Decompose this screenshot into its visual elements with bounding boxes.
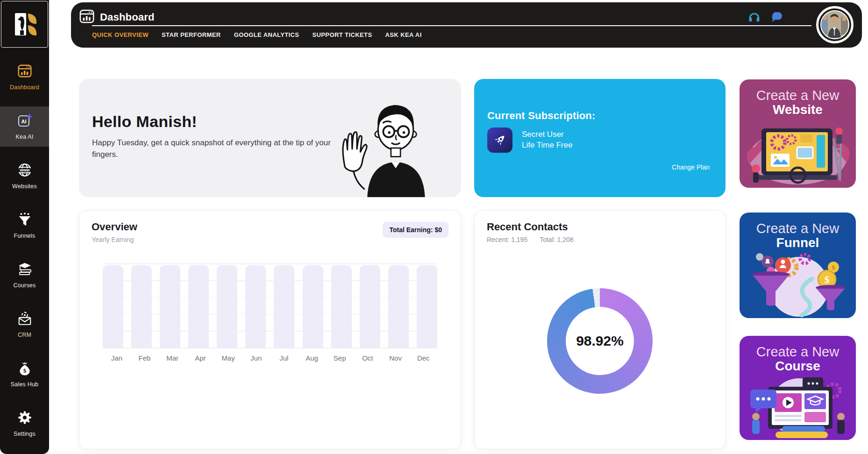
svg-text:$: $	[23, 368, 26, 374]
sidebar-item-label: Funnels	[14, 233, 36, 239]
greeting-card: Hello Manish! Happy Tuesday, get a quick…	[79, 79, 461, 197]
promo-line2: Website	[740, 102, 856, 117]
svg-text:AI: AI	[21, 119, 26, 124]
sidebar-menu: Dashboard AI Kea AI	[0, 49, 49, 444]
x-tick: Jul	[270, 354, 298, 362]
promo-line2: Course	[740, 359, 856, 374]
crm-icon	[17, 311, 32, 328]
tab-support-tickets[interactable]: SUPPORT TICKETS	[312, 31, 372, 38]
recent-contacts-title: Recent Contacts	[487, 221, 568, 233]
headset-support-icon[interactable]	[748, 11, 761, 25]
x-tick: Aug	[298, 354, 326, 362]
rocket-icon	[487, 128, 512, 153]
x-tick: Dec	[409, 354, 437, 362]
bar-oct	[360, 265, 380, 348]
overview-title: Overview	[92, 221, 137, 233]
bar-may	[217, 265, 237, 348]
header-tabs: QUICK OVERVIEW STAR PERFORMER GOOGLE ANA…	[92, 31, 422, 38]
sidebar-item-settings[interactable]: Settings	[0, 404, 49, 444]
subscription-card: Current Subscription: Secret User Life T…	[474, 79, 726, 197]
change-plan-button[interactable]: Change Plan	[672, 163, 710, 171]
globe-www-icon: www	[17, 163, 32, 179]
sidebar-item-crm[interactable]: CRM	[0, 305, 49, 345]
bar-dec	[417, 265, 437, 348]
bar-mar	[160, 265, 180, 348]
bar-jun	[245, 265, 266, 348]
tab-quick-overview[interactable]: QUICK OVERVIEW	[92, 31, 149, 38]
tab-star-performer[interactable]: STAR PERFORMER	[162, 31, 221, 38]
avatar-photo	[820, 10, 849, 39]
header-divider	[92, 25, 811, 26]
bar-sep	[331, 265, 352, 348]
promo-line2: Funnel	[740, 235, 856, 250]
recent-contacts-donut-chart: 98.92%	[547, 288, 653, 394]
promo-line1: Create a New	[740, 221, 856, 236]
promo-line1: Create a New	[740, 88, 856, 103]
subscription-user: Secret User	[522, 129, 573, 140]
page-title: Dashboard	[100, 11, 155, 23]
kea-bird-logo-icon	[10, 10, 39, 39]
donut-center-percent: 98.92%	[576, 333, 624, 349]
header: Dashboard QUICK OVERVIEW STAR PERFORMER …	[71, 2, 862, 48]
promo-card-create-funnel[interactable]: Create a New Funnel $ $	[740, 213, 856, 318]
total-count-label: Total: 1,208	[540, 236, 573, 243]
x-tick: Jun	[242, 354, 270, 362]
svg-text:$: $	[824, 274, 829, 285]
kea-ai-icon: AI	[17, 113, 33, 130]
overview-card: Overview Yearly Earning Total Earning: $…	[79, 210, 461, 449]
subscription-plan: Life Time Free	[522, 140, 573, 151]
bar-aug	[303, 265, 323, 348]
x-axis-labels: Jan Feb Mar Apr May Jun Jul Aug Sep Oct …	[103, 354, 437, 362]
sidebar: Dashboard AI Kea AI	[0, 0, 49, 454]
tab-google-analytics[interactable]: GOOGLE ANALYTICS	[234, 31, 299, 38]
sidebar-item-dashboard[interactable]: Dashboard	[0, 57, 49, 97]
recent-contacts-card: Recent Contacts Recent: 1,195 Total: 1,2…	[474, 210, 726, 449]
subscription-heading: Current Subscription:	[487, 110, 596, 122]
dashboard-window-icon	[79, 8, 95, 26]
sidebar-item-kea-ai[interactable]: AI Kea AI	[0, 106, 49, 147]
promo-card-create-website[interactable]: Create a New Website	[740, 79, 856, 188]
sidebar-item-label: Websites	[12, 183, 37, 190]
sidebar-item-funnels[interactable]: Funnels	[0, 206, 49, 246]
x-tick: Nov	[382, 354, 410, 362]
x-tick: Mar	[158, 354, 186, 362]
x-tick: Apr	[186, 354, 214, 362]
sidebar-item-label: Dashboard	[10, 84, 39, 91]
sidebar-item-courses[interactable]: Courses	[0, 255, 49, 295]
sidebar-item-label: CRM	[18, 332, 31, 338]
funnel-illustration: $ $	[742, 253, 854, 318]
avatar[interactable]	[816, 6, 854, 43]
greeting-title: Hello Manish!	[92, 113, 335, 131]
sidebar-item-label: Courses	[14, 282, 36, 289]
sidebar-item-label: Kea AI	[15, 134, 33, 140]
promo-card-create-course[interactable]: Create a New Course	[740, 336, 856, 440]
sidebar-item-label: Sales Hub	[11, 381, 38, 388]
bar-jul	[274, 265, 294, 348]
gear-icon	[17, 410, 32, 427]
bar-nov	[388, 265, 409, 348]
bar-apr	[188, 265, 209, 348]
sidebar-item-websites[interactable]: www Websites	[0, 156, 49, 196]
bar-jan	[103, 265, 123, 348]
courses-icon	[17, 262, 33, 278]
waving-man-illustration	[332, 98, 432, 197]
greeting-subtitle: Happy Tuesday, get a quick snapshot of e…	[92, 137, 335, 160]
x-tick: Feb	[131, 354, 159, 362]
x-tick: Sep	[326, 354, 354, 362]
app-logo[interactable]	[1, 1, 48, 48]
yearly-earning-bar-chart	[103, 263, 437, 348]
chat-icon[interactable]	[771, 11, 783, 25]
x-tick: May	[214, 354, 242, 362]
course-illustration	[742, 376, 854, 440]
money-bag-icon: $	[17, 361, 32, 377]
x-tick: Jan	[103, 354, 131, 362]
sidebar-item-sales-hub[interactable]: $ Sales Hub	[0, 354, 49, 394]
bar-feb	[131, 265, 152, 348]
overview-subtitle: Yearly Earning	[92, 236, 134, 243]
sidebar-item-label: Settings	[14, 431, 36, 437]
svg-text:www: www	[19, 168, 30, 172]
website-builder-illustration	[742, 120, 854, 185]
total-earning-badge: Total Earning: $0	[383, 222, 448, 238]
app-window: Dashboard AI Kea AI	[0, 0, 868, 454]
tab-ask-kea-ai[interactable]: ASK KEA AI	[385, 31, 422, 38]
